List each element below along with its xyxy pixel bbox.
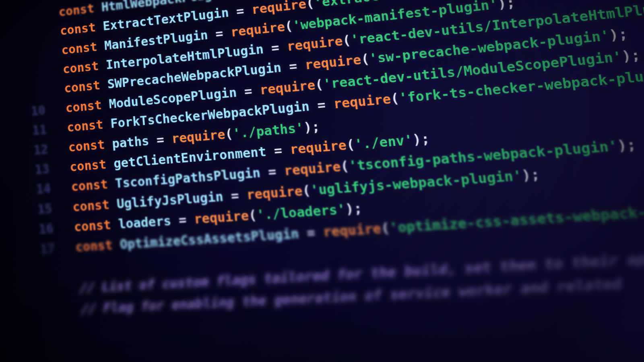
keyword: const bbox=[62, 58, 107, 76]
keyword: const bbox=[71, 177, 116, 194]
operator: = bbox=[207, 25, 231, 42]
keyword: const bbox=[65, 97, 109, 115]
operator: = bbox=[236, 83, 261, 100]
operator: = bbox=[228, 3, 253, 20]
function-call: require bbox=[230, 19, 285, 39]
keyword: const bbox=[66, 117, 111, 135]
operator: = bbox=[298, 224, 324, 241]
function-call: require bbox=[333, 91, 392, 111]
function-call: require bbox=[289, 138, 347, 157]
code-content bbox=[76, 258, 85, 278]
function-call: require bbox=[194, 208, 250, 227]
function-call: require bbox=[283, 159, 342, 179]
operator: = bbox=[263, 39, 288, 56]
operator: = bbox=[260, 164, 285, 181]
function-call: require bbox=[304, 52, 362, 73]
keyword: const bbox=[68, 136, 113, 154]
operator: ); bbox=[345, 201, 363, 217]
code-lines-container: const path = require('path');const webpa… bbox=[0, 0, 644, 344]
keyword: const bbox=[75, 237, 120, 255]
operator: = bbox=[149, 132, 172, 148]
operator: = bbox=[265, 142, 291, 159]
string-literal: './env' bbox=[354, 132, 414, 152]
identifier: paths bbox=[111, 133, 150, 151]
operator: ); bbox=[412, 131, 431, 148]
code-editor-viewport: const path = require('path');const webpa… bbox=[0, 0, 644, 362]
operator bbox=[76, 260, 85, 275]
function-call: require bbox=[246, 183, 303, 203]
operator: ); bbox=[303, 119, 321, 135]
keyword: const bbox=[61, 39, 105, 57]
function-call: require bbox=[259, 78, 316, 98]
operator: = bbox=[171, 212, 195, 228]
string-literal: './paths' bbox=[232, 120, 305, 141]
function-call: require bbox=[171, 127, 226, 146]
operator: ); bbox=[497, 0, 516, 12]
line-number bbox=[0, 320, 82, 344]
function-call: require bbox=[286, 34, 343, 54]
keyword: const bbox=[60, 19, 103, 38]
keyword: const bbox=[72, 197, 117, 214]
operator: = bbox=[309, 97, 334, 114]
operator: = bbox=[223, 187, 248, 204]
operator: ); bbox=[616, 137, 637, 154]
keyword: const bbox=[74, 217, 119, 234]
identifier: loaders bbox=[118, 213, 172, 232]
keyword: const bbox=[69, 156, 114, 175]
string-literal: './loaders' bbox=[256, 202, 347, 223]
operator: ); bbox=[521, 166, 541, 183]
keyword: const bbox=[58, 0, 102, 19]
function-call: require bbox=[322, 221, 382, 240]
keyword: const bbox=[64, 78, 108, 96]
operator: ); bbox=[608, 26, 629, 43]
operator: = bbox=[281, 58, 306, 75]
operator: ); bbox=[621, 47, 642, 65]
